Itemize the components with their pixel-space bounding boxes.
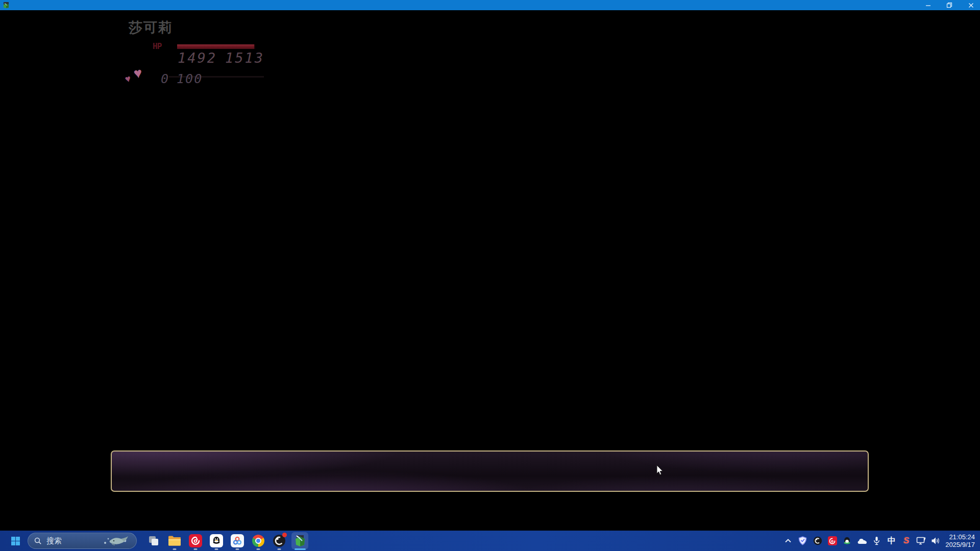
tray-cloud[interactable] bbox=[854, 531, 869, 551]
desktop-screen: 莎可莉 HP 1492 1513 ♥ ♥ 0 100 bbox=[0, 0, 980, 551]
display-pen-icon bbox=[916, 536, 926, 545]
taskbar-app-rings[interactable] bbox=[227, 531, 248, 551]
speaker-icon bbox=[931, 537, 941, 545]
tray-display[interactable] bbox=[914, 531, 928, 551]
shield-icon bbox=[798, 536, 807, 545]
clock-time: 21:05:24 bbox=[945, 533, 975, 541]
minimize-icon[interactable] bbox=[924, 1, 932, 9]
mouse-cursor bbox=[656, 465, 664, 476]
tray-chevron-up[interactable] bbox=[780, 531, 795, 551]
tray-obs[interactable] bbox=[810, 531, 825, 551]
search-placeholder: 搜索 bbox=[46, 536, 62, 546]
tray-sogou-input[interactable]: S bbox=[899, 531, 914, 551]
obs-icon bbox=[273, 534, 286, 547]
dialogue-box[interactable] bbox=[111, 450, 869, 492]
search-icon bbox=[34, 537, 42, 545]
qq-tray-icon bbox=[843, 536, 851, 545]
affection-max: 100 bbox=[177, 71, 203, 86]
taskbar-app-game[interactable] bbox=[289, 531, 310, 551]
search-input[interactable]: 搜索 bbox=[28, 533, 137, 549]
hp-bar-fill bbox=[177, 44, 254, 49]
running-indicator bbox=[256, 548, 260, 550]
netease-music-icon bbox=[189, 534, 202, 547]
tray-microphone[interactable] bbox=[869, 531, 884, 551]
hp-values: 1492 1513 bbox=[178, 50, 264, 66]
taskbar-app-file-explorer[interactable] bbox=[164, 531, 185, 551]
obs-tray-icon bbox=[813, 536, 822, 545]
window-titlebar[interactable] bbox=[0, 0, 980, 10]
three-rings-app-icon bbox=[231, 534, 244, 547]
running-indicator bbox=[235, 548, 239, 550]
tray-ime-indicator[interactable]: 中 bbox=[884, 531, 899, 551]
chevron-up-icon bbox=[785, 538, 792, 543]
recording-dot bbox=[282, 533, 287, 537]
start-button[interactable] bbox=[8, 531, 22, 551]
taskbar-app-qq[interactable] bbox=[206, 531, 227, 551]
ime-label: 中 bbox=[888, 536, 896, 546]
taskbar-apps bbox=[143, 531, 310, 551]
netease-tray-icon bbox=[828, 536, 837, 545]
running-indicator bbox=[193, 548, 197, 550]
active-indicator bbox=[295, 548, 306, 550]
hp-bar bbox=[177, 44, 255, 49]
clock-date: 2025/9/17 bbox=[945, 541, 975, 548]
affection-current: 0 bbox=[161, 71, 169, 86]
game-app-icon bbox=[3, 2, 10, 9]
cloud-icon bbox=[857, 537, 867, 544]
microphone-icon bbox=[873, 536, 880, 545]
file-explorer-icon bbox=[168, 535, 181, 546]
window-controls bbox=[924, 0, 975, 10]
tray-qq[interactable] bbox=[840, 531, 854, 551]
running-indicator bbox=[277, 548, 281, 550]
heart-icon-small: ♥ bbox=[124, 73, 132, 85]
task-view-button[interactable] bbox=[143, 531, 164, 551]
affection-values: 0 100 bbox=[161, 71, 203, 86]
task-view-icon bbox=[148, 535, 159, 546]
heart-icon: ♥ bbox=[133, 65, 143, 82]
taskbar-left: 搜索 bbox=[0, 531, 310, 551]
close-icon[interactable] bbox=[967, 1, 975, 9]
running-indicator bbox=[214, 548, 218, 550]
tray-netease-music[interactable] bbox=[825, 531, 840, 551]
tray-security-shield[interactable] bbox=[795, 531, 810, 551]
hp-current: 1492 bbox=[178, 50, 217, 66]
windows-logo-icon bbox=[11, 537, 20, 545]
qq-icon bbox=[210, 534, 223, 547]
taskbar: 搜索 bbox=[0, 531, 980, 551]
system-tray: 中 S 21:05:2 bbox=[780, 531, 980, 551]
restore-icon[interactable] bbox=[945, 1, 953, 9]
search-highlight-fish-icon[interactable] bbox=[102, 535, 129, 549]
game-taskbar-icon bbox=[293, 534, 307, 547]
tray-speaker[interactable] bbox=[928, 531, 943, 551]
taskbar-app-netease-music[interactable] bbox=[185, 531, 206, 551]
hp-label: HP bbox=[153, 41, 161, 51]
taskbar-app-obs[interactable] bbox=[268, 531, 289, 551]
sogou-icon: S bbox=[903, 536, 909, 546]
taskbar-app-chrome[interactable] bbox=[248, 531, 268, 551]
hp-max: 1513 bbox=[225, 50, 264, 66]
running-indicator bbox=[173, 548, 176, 550]
tray-clock[interactable]: 21:05:24 2025/9/17 bbox=[945, 533, 975, 548]
chrome-icon bbox=[252, 535, 264, 547]
character-name: 莎可莉 bbox=[129, 18, 173, 37]
